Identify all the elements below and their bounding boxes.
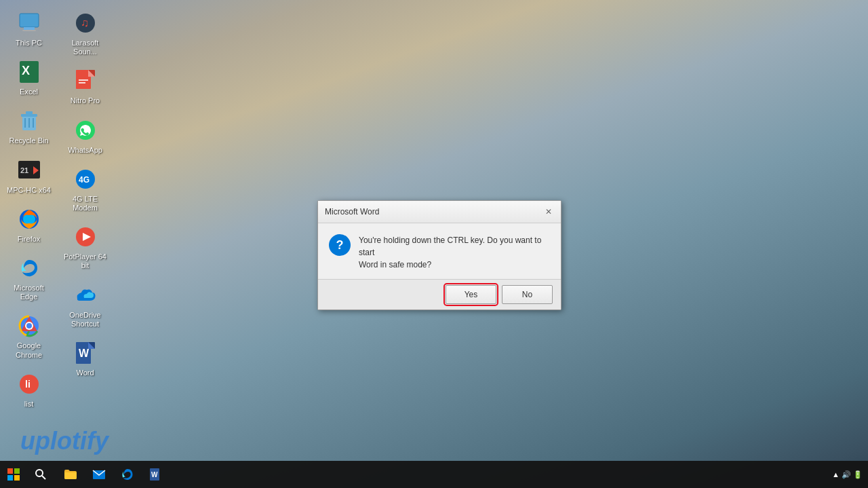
svg-rect-38	[14, 468, 20, 474]
dialog-question-icon: ?	[329, 234, 351, 256]
dialog-yes-button[interactable]: Yes	[446, 285, 496, 304]
svg-text:W: W	[151, 471, 158, 478]
svg-rect-37	[7, 468, 13, 474]
taskbar-system-tray: ▲ 🔊 🔋	[832, 470, 868, 479]
dialog-overlay: Microsoft Word ✕ ? You're holding down t…	[0, 0, 868, 488]
taskbar-clock: ▲ 🔊 🔋	[832, 470, 863, 479]
dialog-close-button[interactable]: ✕	[543, 206, 554, 217]
desktop: This PC X Excel	[0, 0, 868, 488]
dialog-footer: Yes No	[318, 279, 561, 309]
taskbar-file-explorer[interactable]	[57, 461, 84, 488]
taskbar-word[interactable]: W	[142, 461, 170, 488]
svg-rect-39	[7, 475, 13, 481]
dialog-titlebar: Microsoft Word ✕	[318, 201, 561, 223]
taskbar-pinned-items: W	[57, 461, 170, 488]
microsoft-word-dialog: Microsoft Word ✕ ? You're holding down t…	[317, 200, 561, 310]
svg-point-41	[36, 470, 43, 476]
svg-line-42	[42, 476, 45, 479]
dialog-body: ? You're holding down the CTRL key. Do y…	[318, 223, 561, 279]
start-button[interactable]	[0, 461, 27, 488]
taskbar-edge[interactable]	[114, 461, 141, 488]
taskbar-mail[interactable]	[85, 461, 113, 488]
taskbar-search-button[interactable]	[27, 461, 54, 488]
taskbar: W ▲ 🔊 🔋	[0, 461, 868, 488]
watermark: uplotify	[20, 427, 108, 455]
dialog-message: You're holding down the CTRL key. Do you…	[359, 234, 550, 271]
dialog-no-button[interactable]: No	[502, 285, 553, 304]
svg-rect-40	[14, 475, 20, 481]
dialog-title-text: Microsoft Word	[325, 207, 379, 217]
